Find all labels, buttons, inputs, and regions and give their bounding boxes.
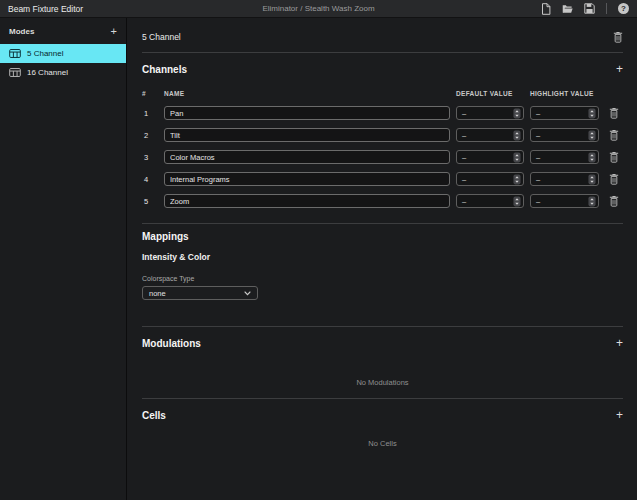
delete-channel-button[interactable]: [605, 195, 623, 207]
highlight-value-select[interactable]: –: [530, 128, 599, 142]
colorspace-type-label: Colorspace Type: [142, 275, 623, 282]
add-modulation-button[interactable]: +: [616, 337, 623, 349]
modes-header: Modes +: [0, 18, 126, 44]
highlight-value-select[interactable]: –: [530, 194, 599, 208]
topbar-divider: [606, 3, 607, 14]
default-value-select[interactable]: –: [456, 194, 524, 208]
stepper-icon: [513, 130, 521, 141]
col-name: NAME: [164, 90, 450, 97]
channels-heading-row: Channels +: [142, 59, 623, 79]
channel-number: 3: [142, 153, 158, 162]
mappings-heading: Mappings: [142, 231, 623, 242]
sidebar-item-label: 5 Channel: [27, 49, 63, 58]
channel-row-4: 4 – –: [142, 172, 623, 186]
stepper-icon: [513, 152, 521, 163]
section-divider: [142, 223, 623, 224]
mode-title: 5 Channel: [142, 32, 181, 42]
channel-name-input[interactable]: [164, 194, 450, 208]
channel-number: 1: [142, 109, 158, 118]
delete-channel-button[interactable]: [605, 129, 623, 141]
sidebar-item-label: 16 Channel: [27, 68, 68, 77]
col-default-value: DEFAULT VALUE: [456, 90, 524, 97]
sidebar-item-5-channel[interactable]: 5 Channel: [0, 44, 126, 63]
stepper-icon: [588, 152, 596, 163]
delete-mode-button[interactable]: [613, 31, 623, 43]
topbar: Beam Fixture Editor Eliminator / Stealth…: [0, 0, 637, 18]
no-cells-text: No Cells: [142, 439, 623, 448]
col-number: #: [142, 90, 158, 97]
channel-name-input[interactable]: [164, 150, 450, 164]
intensity-color-subheading: Intensity & Color: [142, 252, 623, 262]
colorspace-type-select[interactable]: none: [142, 286, 258, 300]
stepper-icon: [588, 174, 596, 185]
sidebar-item-16-channel[interactable]: 16 Channel: [0, 63, 126, 82]
channel-name-input[interactable]: [164, 172, 450, 186]
modulations-heading-row: Modulations +: [142, 333, 623, 353]
add-cell-button[interactable]: +: [616, 409, 623, 421]
channel-number: 5: [142, 197, 158, 206]
channel-row-5: 5 – –: [142, 194, 623, 208]
modes-sidebar: Modes + 5 Channel 16 Channel: [0, 18, 127, 500]
delete-channel-button[interactable]: [605, 173, 623, 185]
default-value-select[interactable]: –: [456, 128, 524, 142]
table-icon: [9, 68, 21, 77]
default-value-select[interactable]: –: [456, 106, 524, 120]
chevron-down-icon: [244, 291, 251, 296]
stepper-icon: [588, 108, 596, 119]
add-mode-button[interactable]: +: [111, 26, 117, 37]
stepper-icon: [513, 108, 521, 119]
highlight-value-select[interactable]: –: [530, 106, 599, 120]
stepper-icon: [513, 196, 521, 207]
new-document-icon[interactable]: [540, 3, 551, 15]
app-title: Beam Fixture Editor: [8, 4, 83, 14]
stepper-icon: [588, 196, 596, 207]
channels-heading: Channels: [142, 64, 187, 75]
modulations-section: Modulations + No Modulations: [142, 327, 623, 387]
channel-number: 4: [142, 175, 158, 184]
topbar-actions: ?: [540, 3, 629, 15]
channel-name-input[interactable]: [164, 128, 450, 142]
col-highlight-value: HIGHLIGHT VALUE: [530, 90, 599, 97]
channels-table-header: # NAME DEFAULT VALUE HIGHLIGHT VALUE: [142, 88, 623, 98]
channel-row-1: 1 – –: [142, 106, 623, 120]
modulations-heading: Modulations: [142, 338, 201, 349]
delete-channel-button[interactable]: [605, 107, 623, 119]
no-modulations-text: No Modulations: [142, 378, 623, 387]
stepper-icon: [513, 174, 521, 185]
modes-header-label: Modes: [9, 27, 34, 36]
default-value-select[interactable]: –: [456, 150, 524, 164]
table-icon: [9, 49, 21, 58]
stepper-icon: [588, 130, 596, 141]
open-file-icon[interactable]: [562, 3, 573, 15]
beam-fixture-editor-window: Beam Fixture Editor Eliminator / Stealth…: [0, 0, 637, 500]
section-divider: [142, 52, 623, 53]
channel-name-input[interactable]: [164, 106, 450, 120]
save-icon[interactable]: [584, 3, 595, 15]
help-icon[interactable]: ?: [618, 3, 629, 15]
add-channel-button[interactable]: +: [616, 63, 623, 75]
cells-heading: Cells: [142, 410, 166, 421]
mode-header-row: 5 Channel: [142, 18, 623, 52]
channel-number: 2: [142, 131, 158, 140]
cells-heading-row: Cells +: [142, 405, 623, 425]
channel-row-3: 3 – –: [142, 150, 623, 164]
delete-channel-button[interactable]: [605, 151, 623, 163]
mode-editor-panel: 5 Channel Channels + # NAME DEFAULT VALU…: [127, 18, 637, 500]
channel-row-2: 2 – –: [142, 128, 623, 142]
highlight-value-select[interactable]: –: [530, 172, 599, 186]
default-value-select[interactable]: –: [456, 172, 524, 186]
cells-section: Cells + No Cells: [142, 399, 623, 448]
highlight-value-select[interactable]: –: [530, 150, 599, 164]
